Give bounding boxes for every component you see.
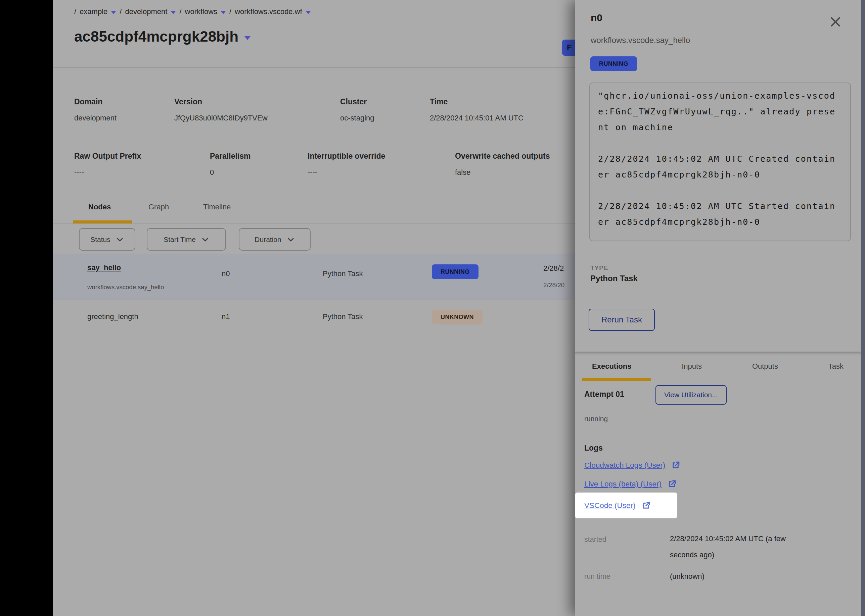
link-label: Live Logs (beta) (User) xyxy=(584,480,662,489)
node-id-cell: n0 xyxy=(222,269,230,278)
meta-cluster: Cluster oc-staging xyxy=(340,97,374,123)
tab-executions[interactable]: Executions xyxy=(592,362,631,371)
meta-value: ---- xyxy=(307,168,385,177)
external-link-icon xyxy=(641,501,651,511)
meta-overwrite-cached-outputs: Overwrite cached outputs false xyxy=(455,152,579,177)
meta-label: Cluster xyxy=(340,97,374,106)
meta-label: Version xyxy=(174,97,268,106)
type-value: Python Task xyxy=(590,274,638,283)
type-label: TYPE xyxy=(590,264,608,272)
tab-inputs[interactable]: Inputs xyxy=(682,362,702,371)
chevron-down-icon[interactable] xyxy=(170,11,176,14)
tab-outputs[interactable]: Outputs xyxy=(752,362,778,371)
breadcrumb-item-workflow-name[interactable]: workflows.vscode.wf xyxy=(235,7,302,16)
panel-title: n0 xyxy=(591,12,602,24)
tabs-divider xyxy=(53,223,575,224)
status-badge: RUNNING xyxy=(590,57,637,71)
table-row[interactable]: greeting_length n1 Python Task UNKNOWN xyxy=(53,300,575,337)
tab-timeline[interactable]: Timeline xyxy=(203,203,231,211)
breadcrumb-item-domain[interactable]: development xyxy=(125,7,167,16)
meta-label: Overwrite cached outputs xyxy=(455,152,579,161)
panel-divider xyxy=(590,304,840,304)
meta-label: Domain xyxy=(74,97,117,106)
chevron-down-icon xyxy=(116,236,124,244)
log-output-box[interactable]: "ghcr.io/unionai-oss/union-examples-vsco… xyxy=(589,83,851,241)
cloudwatch-logs-link[interactable]: Cloudwatch Logs (User) xyxy=(584,460,681,470)
chevron-down-icon[interactable] xyxy=(306,11,311,14)
start-time-line2: 2/28/20 xyxy=(543,281,564,289)
logs-heading: Logs xyxy=(584,443,603,453)
scrollbar[interactable] xyxy=(861,0,865,616)
log-line: 2/28/2024 10:45:02 AM UTC Created contai… xyxy=(598,151,842,167)
filter-label: Duration xyxy=(255,236,281,244)
chevron-down-icon[interactable] xyxy=(244,36,251,40)
meta-value: development xyxy=(74,114,117,123)
log-line: er ac85cdpf4mcprgk28bjh-n0-0 xyxy=(598,167,842,182)
left-black-rail xyxy=(0,0,53,616)
meta-value: 2/28/2024 10:45:01 AM UTC xyxy=(430,114,523,123)
breadcrumb-separator: / xyxy=(74,7,76,16)
runtime-value: (unknown) xyxy=(670,568,704,585)
active-tab-indicator xyxy=(582,378,651,381)
chevron-down-icon xyxy=(201,236,209,244)
meta-interruptible-override: Interruptible override ---- xyxy=(307,152,385,177)
attempt-phase: running xyxy=(584,415,608,423)
chevron-down-icon xyxy=(287,236,295,244)
start-time-line1: 2/28/2 xyxy=(543,264,564,273)
tutorial-spotlight: VSCode (User) xyxy=(575,492,677,519)
node-name[interactable]: greeting_length xyxy=(87,312,138,321)
close-icon[interactable] xyxy=(829,15,842,28)
meta-label: Interruptible override xyxy=(307,152,385,161)
chevron-down-icon[interactable] xyxy=(111,11,116,14)
node-subtitle: workflows.vscode.say_hello xyxy=(87,283,164,291)
breadcrumb: / example / development / workflows / wo… xyxy=(74,7,311,16)
meta-raw-output-prefix: Raw Output Prefix ---- xyxy=(74,152,141,177)
filter-status[interactable]: Status xyxy=(79,228,136,251)
attempt-label: Attempt 01 xyxy=(584,390,624,399)
meta-version: Version JfQyU83u0i0MC8IDy9TVEw xyxy=(174,97,268,123)
meta-label: Time xyxy=(430,97,523,106)
meta-value: ---- xyxy=(74,168,141,177)
node-link[interactable]: say_hello xyxy=(87,263,121,272)
meta-parallelism: Parallelism 0 xyxy=(210,152,251,177)
tab-task[interactable]: Task xyxy=(829,362,843,371)
meta-value: oc-staging xyxy=(340,114,374,123)
log-line xyxy=(598,182,842,198)
live-logs-link[interactable]: Live Logs (beta) (User) xyxy=(584,479,677,489)
tab-graph[interactable]: Graph xyxy=(148,203,169,211)
view-utilization-button[interactable]: View Utilization... xyxy=(655,385,727,405)
log-line: er ac85cdpf4mcprgk28bjh-n0-0 xyxy=(598,214,842,230)
started-value: 2/28/2024 10:45:02 AM UTC (a few seconds… xyxy=(670,531,793,563)
external-link-icon xyxy=(667,479,677,489)
log-line xyxy=(598,135,842,151)
meta-value: false xyxy=(455,168,579,177)
meta-value: JfQyU83u0i0MC8IDy9TVEw xyxy=(174,114,268,123)
status-badge: RUNNING xyxy=(432,264,479,279)
external-link-icon xyxy=(671,460,681,470)
meta-domain: Domain development xyxy=(74,97,117,123)
breadcrumb-item-workflows[interactable]: workflows xyxy=(185,7,217,16)
execution-id-title: ac85cdpf4mcprgk28bjh xyxy=(74,28,251,45)
started-label: started xyxy=(584,536,607,544)
panel-tab-bar: Executions Inputs Outputs Task xyxy=(575,352,865,381)
log-line: "ghcr.io/unionai-oss/union-examples-vsco… xyxy=(598,88,842,104)
runtime-label: run time xyxy=(584,572,610,581)
filter-start-time[interactable]: Start Time xyxy=(147,228,226,251)
node-type-cell: Python Task xyxy=(323,269,362,278)
node-type-cell: Python Task xyxy=(323,312,362,321)
filter-duration[interactable]: Duration xyxy=(239,228,310,251)
tab-nodes[interactable]: Nodes xyxy=(88,203,111,211)
table-row[interactable]: say_hello workflows.vscode.say_hello n0 … xyxy=(53,254,575,300)
log-line: 2/28/2024 10:45:02 AM UTC Started contai… xyxy=(598,198,842,214)
meta-value: 0 xyxy=(210,168,251,177)
node-details-panel: n0 workflows.vscode.say_hello RUNNING "g… xyxy=(575,0,865,616)
vscode-link[interactable]: VSCode (User) xyxy=(584,501,651,511)
breadcrumb-item-project[interactable]: example xyxy=(80,7,107,16)
meta-label: Raw Output Prefix xyxy=(74,152,141,161)
execution-id: ac85cdpf4mcprgk28bjh xyxy=(74,28,238,45)
rerun-task-button[interactable]: Rerun Task xyxy=(589,309,655,331)
meta-label: Parallelism xyxy=(210,152,251,161)
filter-label: Status xyxy=(90,236,110,244)
chevron-down-icon[interactable] xyxy=(221,11,226,14)
panel-subtitle: workflows.vscode.say_hello xyxy=(591,36,690,45)
